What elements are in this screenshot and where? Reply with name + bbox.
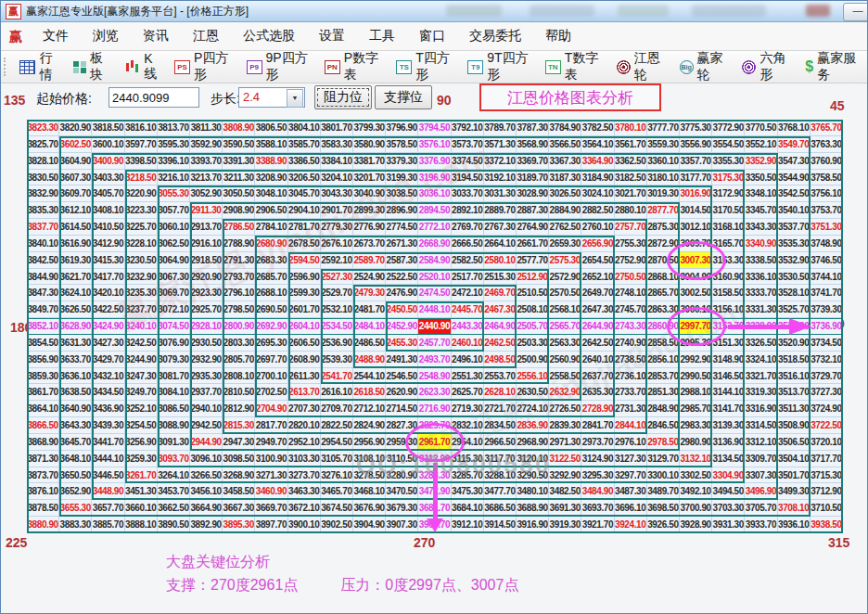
minimize-button[interactable]: — — [843, 3, 868, 21]
grid-cell: 3751.30 — [811, 219, 843, 236]
grid-cell: 3249.70 — [125, 384, 158, 401]
grid-cell: 2738.50 — [615, 352, 647, 368]
toolbar-button-12[interactable]: 六角形 — [734, 50, 798, 83]
grid-cell: 3595.30 — [158, 136, 190, 153]
grid-cell: 2532.10 — [321, 301, 353, 318]
step-label: 步长: — [211, 91, 240, 108]
menu-item-4[interactable]: 江恩 — [181, 28, 231, 45]
toolbar-button-13[interactable]: $赢家服务 — [798, 50, 867, 83]
grid-cell: 2637.70 — [581, 368, 614, 385]
toolbar-button-5[interactable]: P99P四方形 — [239, 50, 317, 83]
grid-cell: 3259.30 — [125, 451, 158, 467]
grid-cell: 3859.30 — [27, 368, 59, 385]
grid-cell: 2515.30 — [484, 269, 517, 286]
grid-cell: 3252.10 — [125, 401, 158, 417]
grid-cell: 3033.70 — [452, 185, 484, 202]
grid-cell: 2997.70 — [680, 318, 712, 335]
grid-cell: 2899.30 — [353, 202, 386, 219]
chart-analysis-title: 江恩价格图表分析 — [479, 83, 661, 111]
menu-item-2[interactable]: 浏览 — [81, 28, 131, 45]
grid-cell: 2676.10 — [321, 236, 353, 252]
menu-item-6[interactable]: 设置 — [307, 28, 357, 45]
grid-cell: 3369.70 — [517, 153, 549, 170]
grid-cell: 2728.90 — [581, 401, 614, 417]
grid-cell: 3338.50 — [745, 252, 777, 269]
grid-cell: 3660.10 — [125, 500, 158, 517]
menu-item-1[interactable]: 文件 — [31, 28, 81, 45]
grid-cell: 3868.90 — [27, 434, 59, 451]
angle-label-90: 90 — [437, 93, 452, 108]
toolbar-button-7[interactable]: TST四方形 — [389, 50, 460, 83]
grid-cell: 3220.90 — [125, 185, 158, 202]
toolbar-button-10[interactable]: 江恩轮 — [609, 50, 672, 83]
grid-cell: 2512.90 — [517, 269, 549, 286]
grid-cell: 2786.50 — [223, 219, 255, 236]
blurred-region — [692, 5, 766, 17]
grid-cell: 2805.70 — [223, 352, 255, 368]
start-price-input[interactable] — [108, 87, 199, 108]
grid-cell: 3067.30 — [158, 269, 190, 286]
grid-cell: 3187.30 — [549, 170, 581, 186]
grid-cell: 3499.30 — [778, 483, 811, 500]
menu-item-7[interactable]: 工具 — [357, 28, 407, 45]
grid-cell: 2829.70 — [418, 417, 451, 434]
grid-cell: 2649.70 — [581, 285, 614, 301]
grid-cell: 3019.30 — [647, 185, 680, 202]
grid-cell: 3708.10 — [778, 500, 811, 517]
toolbar-button-11[interactable]: Big赢家轮 — [672, 50, 735, 83]
grid-cell: 3105.70 — [321, 451, 353, 467]
grid-cell: 3712.90 — [811, 483, 843, 500]
step-combobox[interactable]: 2.4 ▼ — [238, 87, 305, 108]
grid-cell: 2604.10 — [288, 318, 321, 335]
toolbar-button-2[interactable]: 板块 — [66, 50, 117, 83]
grid-cell: 2589.70 — [353, 252, 386, 269]
grid-cell: 3271.30 — [255, 467, 287, 484]
grid-cell: 2964.10 — [452, 434, 484, 451]
grid-cell: 3504.10 — [778, 451, 811, 467]
menu-item-10[interactable]: 帮助 — [533, 28, 583, 45]
grid-cell: 3633.70 — [59, 352, 92, 368]
toolbar-button-label: 江恩轮 — [634, 50, 665, 83]
toolbar-button-4[interactable]: PSP四方形 — [167, 50, 239, 83]
grid-cell: 3456.10 — [190, 483, 223, 500]
grid-cell: 3297.70 — [615, 467, 647, 484]
toolbar-button-8[interactable]: T99T四方形 — [460, 50, 538, 83]
grid-cell: 3727.30 — [811, 384, 843, 401]
grid-cell: 3304.90 — [712, 467, 745, 484]
grid-cell: 2976.10 — [615, 434, 647, 451]
grid-cell: 3160.90 — [712, 269, 745, 286]
grid-cell: 3542.50 — [778, 185, 811, 202]
grid-cell: 3907.30 — [386, 517, 418, 533]
grid-cell: 3686.50 — [484, 500, 517, 517]
toolbar-button-9[interactable]: TNT数字表 — [538, 50, 609, 83]
grid-cell: 2551.30 — [452, 368, 484, 385]
toolbar-button-1[interactable]: 行情 — [12, 50, 66, 83]
grid-cell: 3350.50 — [745, 170, 777, 186]
menu-item-3[interactable]: 资讯 — [131, 28, 181, 45]
menu-item-5[interactable]: 公式选股 — [231, 28, 307, 45]
grid-cell: 2683.30 — [255, 252, 287, 269]
grid-cell: 2748.10 — [615, 285, 647, 301]
grid-cell: 3578.50 — [386, 136, 418, 153]
grid-cell: 3806.50 — [255, 120, 287, 136]
grid-cell: 3182.50 — [615, 170, 647, 186]
grid-cell: 2808.10 — [223, 368, 255, 385]
grid-cell: 3124.90 — [581, 451, 614, 467]
grid-cell: 2860.90 — [647, 318, 680, 335]
resistance-button[interactable]: 阻力位 — [314, 85, 372, 109]
grid-cell: 3043.30 — [321, 185, 353, 202]
toolbar-button-3[interactable]: K线 — [117, 51, 167, 83]
chevron-down-icon[interactable]: ▼ — [287, 89, 303, 108]
menu-item-8[interactable]: 窗口 — [407, 28, 457, 45]
menu-item-9[interactable]: 交易委托 — [457, 28, 533, 45]
angle-label-270: 270 — [414, 535, 435, 550]
support-button[interactable]: 支撑位 — [375, 85, 432, 109]
grid-cell: 3924.10 — [615, 517, 647, 533]
grid-cell: 3141.70 — [712, 401, 745, 417]
grid-cell: 3264.10 — [158, 467, 190, 484]
grid-cell: 3688.90 — [517, 500, 549, 517]
toolbar-button-6[interactable]: PNP数字表 — [317, 50, 389, 83]
grid-cell: 3031.30 — [484, 185, 517, 202]
grid-cell: 3427.30 — [92, 335, 124, 352]
grid-cell: 3540.10 — [778, 202, 811, 219]
